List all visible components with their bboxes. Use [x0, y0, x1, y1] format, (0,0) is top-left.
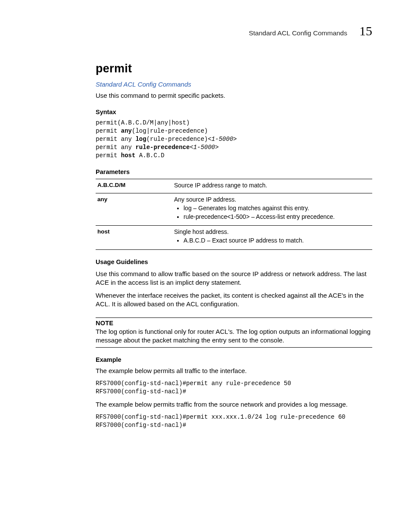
running-header: Standard ACL Config Commands 15: [96, 24, 372, 38]
cross-reference-link[interactable]: Standard ACL Config Commands: [96, 81, 372, 88]
note-text: The log option is functional only for ro…: [96, 327, 372, 345]
example-intro-2: The example below permits traffic from t…: [96, 400, 372, 409]
param-desc: Source IP address range to match.: [172, 179, 372, 193]
param-bullet: log – Generates log matches against this…: [184, 204, 371, 212]
example-code-2: RFS7000(config-std-nacl)#permit xxx.xxx.…: [96, 413, 372, 429]
example-code-1: RFS7000(config-std-nacl)#permit any rule…: [96, 380, 372, 396]
usage-para-2: Whenever the interface receives the pack…: [96, 291, 372, 309]
table-row: A.B.C.D/MSource IP address range to matc…: [96, 179, 372, 193]
usage-para-1: Use this command to allow traffic based …: [96, 270, 372, 287]
param-key: any: [96, 193, 172, 226]
param-key: host: [96, 226, 172, 249]
page-title: permit: [96, 62, 372, 75]
param-desc: Single host address.A.B.C.D – Exact sour…: [172, 226, 372, 249]
intro-text: Use this command to permit specific pack…: [96, 91, 372, 100]
syntax-heading: Syntax: [96, 109, 372, 115]
param-key: A.B.C.D/M: [96, 179, 172, 193]
example-heading: Example: [96, 356, 372, 363]
parameters-heading: Parameters: [96, 168, 372, 175]
table-row: anyAny source IP address.log – Generates…: [96, 193, 372, 226]
page: Standard ACL Config Commands 15 permit S…: [0, 0, 411, 532]
param-bullet: A.B.C.D – Exact source IP address to mat…: [184, 236, 371, 245]
parameters-table: A.B.C.D/MSource IP address range to matc…: [96, 179, 372, 250]
table-row: hostSingle host address.A.B.C.D – Exact …: [96, 226, 372, 249]
param-bullet: rule-precedence<1-500> – Access-list ent…: [184, 212, 371, 221]
header-section: Standard ACL Config Commands: [249, 29, 347, 37]
note-block: NOTE The log option is functional only f…: [96, 317, 372, 348]
example-intro-1: The example below permits all traffic to…: [96, 367, 372, 375]
usage-heading: Usage Guidelines: [96, 258, 372, 265]
syntax-code: permit(A.B.C.D/M|any|host) permit any(lo…: [96, 119, 372, 159]
header-chapter-number: 15: [359, 24, 372, 38]
note-label: NOTE: [96, 320, 372, 327]
param-desc: Any source IP address.log – Generates lo…: [172, 193, 372, 226]
